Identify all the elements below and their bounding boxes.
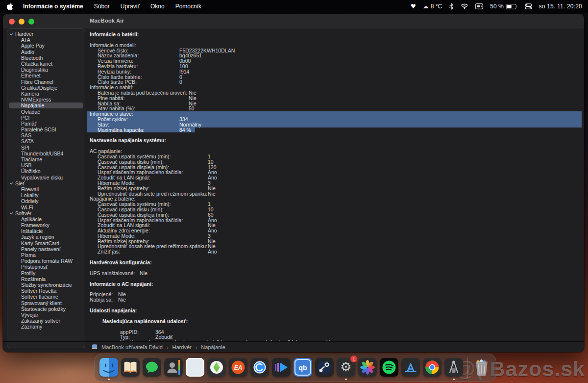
zoom-button[interactable] xyxy=(28,19,34,25)
sidebar-item-paralelne-scsi[interactable]: Paralelné SCSI xyxy=(7,127,85,132)
sidebar-item-spravovany-klient[interactable]: Spravovaný klient xyxy=(7,300,85,306)
sidebar-item-vyvojar[interactable]: Vývojár xyxy=(7,312,85,318)
sidebar-item-jazyk-a-region[interactable]: Jazyk a región xyxy=(7,234,85,240)
dock-qbittorrent[interactable]: qb xyxy=(293,355,313,381)
breadcrumb-part-hardver[interactable]: Hardvér xyxy=(172,344,192,350)
sidebar-item-frameworky[interactable]: Frameworky xyxy=(7,222,85,228)
sidebar-item-apple-pay[interactable]: Apple Pay xyxy=(7,43,85,49)
sidebar-item-softver-rosetta[interactable]: Softvér Rosetta xyxy=(7,288,85,294)
dock-trash[interactable] xyxy=(472,355,491,381)
dock-blank-app[interactable] xyxy=(185,355,205,381)
sidebar-item-fibre-channel[interactable]: Fibre Channel xyxy=(7,79,85,85)
sidebar-item-pamat[interactable]: Pamäť xyxy=(7,121,85,127)
sidebar-item-sata[interactable]: SATA xyxy=(7,138,85,144)
breadcrumb-part-napajanie[interactable]: Napájanie xyxy=(201,344,225,350)
bluetooth-icon[interactable] xyxy=(449,3,454,10)
sidebar-item-bluetooth[interactable]: Bluetooth xyxy=(7,55,85,61)
dock-chat-app[interactable] xyxy=(250,355,270,381)
sidebar-item-tlaciarne[interactable]: Tlačiarne xyxy=(7,156,85,162)
sidebar-item-thunderbolt-usb4[interactable]: Thunderbolt/USB4 xyxy=(7,151,85,156)
info-row-uprednostnit-dosah-siete-pred-rezimom-spanku: Uprednostniť dosah siete pred režimom sp… xyxy=(87,244,582,249)
sidebar-group-hardver[interactable]: Hardvér xyxy=(7,31,85,37)
dock-finder[interactable] xyxy=(99,355,119,381)
sidebar-item-pci[interactable]: PCI xyxy=(7,115,85,121)
battery-status[interactable]: 50 % xyxy=(490,3,517,10)
breadcrumb-separator: › xyxy=(196,344,197,350)
sidebar-item-wi-fi[interactable]: Wi-Fi xyxy=(7,204,85,210)
dock-separator xyxy=(467,357,468,378)
status-bar: MacBook užívateľa Dávid›Hardvér›Napájani… xyxy=(3,341,584,352)
sidebar-item-ethernet[interactable]: Ethernet xyxy=(7,73,85,78)
sidebar-item-instalacie[interactable]: Inštalácie xyxy=(7,228,85,234)
sidebar-item-sas[interactable]: SAS xyxy=(7,132,85,138)
apple-menu-icon[interactable] xyxy=(7,3,13,10)
sidebar-item-ulozisko[interactable]: Úložisko xyxy=(7,168,85,174)
dock-steam[interactable] xyxy=(315,355,334,381)
sidebar-item-diagnostika[interactable]: Diagnostika xyxy=(7,67,85,73)
menubar-clock[interactable]: so 15. 11. 20:20 xyxy=(539,3,582,10)
sidebar-item-kamera[interactable]: Kamera xyxy=(7,91,85,97)
sidebar-item-pisma[interactable]: Písma xyxy=(7,252,85,258)
sidebar-item-audio[interactable]: Audio xyxy=(7,49,85,55)
sidebar-item-ata[interactable]: ATA xyxy=(7,37,85,43)
chat-app-icon xyxy=(250,358,269,377)
sidebar-item-grafika-displeje[interactable]: Grafika/Displeje xyxy=(7,85,85,91)
sidebar-item-zakazany-softver[interactable]: Zakázaný softvér xyxy=(7,318,85,324)
sidebar-item-softver-tlaciarne[interactable]: Softvér tlačiarne xyxy=(7,294,85,300)
weather-status[interactable]: ☁ 8 °C xyxy=(423,3,442,10)
control-center-icon[interactable] xyxy=(525,3,532,9)
sidebar-item-usb[interactable]: USB xyxy=(7,162,85,168)
dock-contacts[interactable] xyxy=(164,355,183,381)
minimize-button[interactable] xyxy=(19,19,24,25)
dock-spotify[interactable] xyxy=(379,355,399,381)
menu-subor[interactable]: Súbor xyxy=(94,3,110,10)
heart-icon[interactable]: ♥ xyxy=(411,3,416,10)
sidebar-item-vypalovanie-disku[interactable]: Vypaľovanie disku xyxy=(7,175,85,180)
sidebar-item-spi[interactable]: SPI xyxy=(7,145,85,151)
dock-messages[interactable] xyxy=(142,355,162,381)
sidebar-item-sluzby-synchronizacie[interactable]: Služby synchronizácie xyxy=(7,282,85,288)
window-titlebar[interactable]: MacBook Air xyxy=(3,14,584,28)
sidebar-group-softver[interactable]: Softvér xyxy=(7,210,85,216)
sidebar-item-firewall[interactable]: Firewall xyxy=(7,186,85,192)
close-button[interactable] xyxy=(9,19,15,25)
info-row-aktualny-zdroj-energie: Aktuálny zdroj energie:Áno xyxy=(87,228,582,233)
sidebar-item-ovladac[interactable]: Ovládač xyxy=(7,108,85,114)
sidebar-item-rozsirenia[interactable]: Rozšírenia xyxy=(7,276,85,282)
dock-ea-app[interactable]: EA xyxy=(228,355,248,381)
sidebar-item-startovacie-polozky[interactable]: Štartovacie položky xyxy=(7,306,85,312)
sidebar-item-nvmexpress[interactable]: NVMExpress xyxy=(7,97,85,102)
dock-media-player[interactable] xyxy=(271,355,291,381)
sidebar-item-lokality[interactable]: Lokality xyxy=(7,192,85,198)
sidebar-item-aplikacie[interactable]: Aplikácie xyxy=(7,216,85,222)
sidebar-group-siet[interactable]: Sieť xyxy=(7,180,85,186)
dock-photos[interactable] xyxy=(358,355,377,381)
report-content: Informácie o batérii:Informácie o modeli… xyxy=(87,28,582,341)
menu-okno[interactable]: Okno xyxy=(150,3,165,10)
sidebar-item-napajanie[interactable]: Napájanie xyxy=(9,102,83,108)
sidebar-item-karty-smartcard[interactable]: Karty SmartCard xyxy=(7,240,85,246)
dock-app-store[interactable] xyxy=(401,355,420,381)
sidebar-item-zaznamy[interactable]: Záznamy xyxy=(7,324,85,330)
menu-upravit[interactable]: Upraviť xyxy=(121,3,140,10)
dock-chrome[interactable] xyxy=(422,355,442,381)
dock-system-settings[interactable]: ⚙1 xyxy=(336,355,356,381)
breadcrumb-part-macbook-uzivatela-david[interactable]: MacBook užívateľa Dávid xyxy=(101,344,163,350)
input-panel-icon[interactable] xyxy=(475,3,483,9)
dock-the-sims[interactable] xyxy=(207,355,226,381)
dock-books[interactable] xyxy=(121,355,140,381)
sidebar-item-panely-nastaveni[interactable]: Panely nastavení xyxy=(7,246,85,252)
ea-app-icon: EA xyxy=(229,358,247,377)
menu-informacie-o-systeme[interactable]: Informácie o systéme xyxy=(23,3,83,10)
sidebar-item-podpora-formatu-raw[interactable]: Podpora formátu RAW xyxy=(7,258,85,264)
sidebar-item-profily[interactable]: Profily xyxy=(7,270,85,276)
sidebar-item-oddiely[interactable]: Oddiely xyxy=(7,198,85,204)
info-row-casovac-uspatia-displeja-min: Časovač uspatia displeja (min):60 xyxy=(87,212,582,218)
menu-pomocnik[interactable]: Pomocník xyxy=(175,3,201,10)
dock-system-information[interactable] xyxy=(444,355,464,381)
sidebar-item-pristupnost[interactable]: Prístupnosť xyxy=(7,264,85,270)
wifi-icon[interactable] xyxy=(461,3,468,9)
row-value: Nie xyxy=(189,96,196,101)
sidebar-item-citacka-kariet[interactable]: Čítačka kariet xyxy=(7,61,85,67)
sidebar-group-label: Softvér xyxy=(15,210,31,216)
